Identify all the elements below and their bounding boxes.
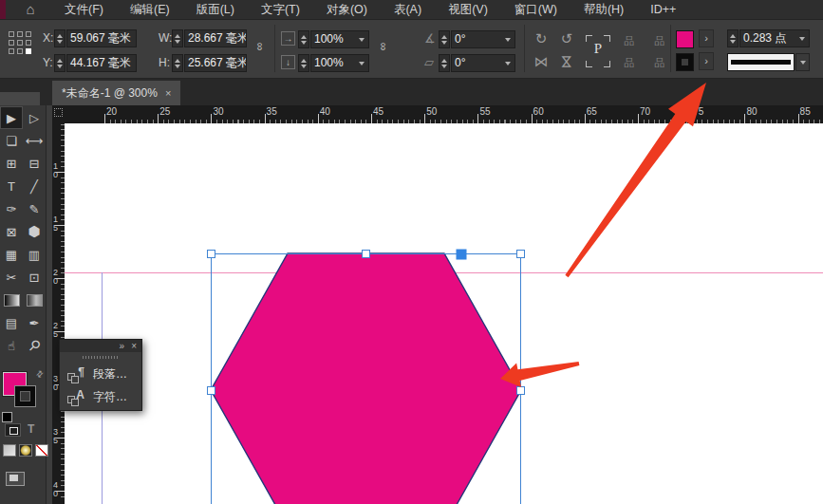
tool-icon: ⊟ — [29, 157, 40, 171]
ruler-label: 30 — [213, 106, 223, 117]
apply-none-button[interactable] — [35, 444, 48, 457]
tools-stroke-swatch[interactable] — [14, 385, 36, 407]
panel-collapse-icon[interactable]: » — [120, 342, 125, 351]
panel-grip[interactable] — [83, 356, 119, 359]
screen-mode-button[interactable] — [6, 472, 25, 486]
h-spinner[interactable] — [172, 54, 183, 72]
type-tool[interactable]: T — [0, 175, 23, 197]
scale-y-field[interactable]: 100% — [310, 54, 369, 72]
apply-gradient-button[interactable] — [19, 444, 32, 457]
default-fill-stroke-icon[interactable] — [2, 412, 12, 422]
apply-color-button[interactable] — [3, 444, 16, 457]
scale-x-spinner[interactable] — [298, 30, 309, 48]
zoom-tool[interactable]: ⚲ — [23, 334, 46, 357]
menu-item[interactable]: 帮助(H) — [570, 0, 637, 19]
gradient-tool[interactable]: ▧ — [0, 289, 23, 311]
menu-item[interactable]: 对象(O) — [313, 0, 381, 19]
margin-guide-horizontal[interactable] — [65, 272, 823, 273]
pen-tool[interactable]: ✑ — [0, 197, 23, 220]
page-tool[interactable]: ❏ — [0, 129, 23, 152]
stroke-weight-field[interactable]: 0.283 点 — [739, 29, 810, 47]
document-tab[interactable]: *未命名-1 @ 300% × — [52, 81, 180, 105]
gap-tool[interactable]: ⟷ — [23, 129, 46, 152]
selection-tool[interactable]: ▶ — [0, 106, 23, 129]
line-tool[interactable]: ╱ — [23, 175, 46, 197]
rotate-ccw-button[interactable]: ↺ — [556, 30, 577, 47]
panel-close-icon[interactable]: × — [131, 342, 137, 351]
rotate-cw-button[interactable]: ↻ — [531, 30, 552, 47]
menu-item[interactable]: 版面(L) — [183, 0, 248, 19]
floating-panel-header[interactable]: » × — [60, 340, 141, 352]
h-field[interactable]: 25.667 毫米 — [184, 54, 247, 72]
menu-item[interactable]: 表(A) — [381, 0, 435, 19]
flip-horizontal-button[interactable]: ⋈ — [531, 53, 552, 70]
paragraph-panel-item[interactable]: ¶ 段落… — [67, 364, 127, 384]
select-container-button[interactable]: P — [586, 31, 610, 71]
note-tool[interactable]: ▤ — [0, 311, 23, 334]
character-panel-item[interactable]: A 字符… — [67, 386, 127, 407]
document-canvas[interactable] — [65, 123, 823, 504]
select-next-object-button: 品 — [617, 55, 642, 70]
hand-tool[interactable]: ☝ — [0, 334, 23, 357]
ruler-origin-corner[interactable] — [52, 105, 65, 123]
direct-selection-tool[interactable]: ▷ — [23, 106, 46, 129]
scale-y-spinner[interactable] — [298, 54, 309, 72]
x-spinner[interactable] — [54, 29, 65, 47]
x-label: X: — [43, 29, 53, 47]
pencil-tool[interactable]: ✎ — [23, 197, 46, 220]
shear-spinner[interactable] — [439, 54, 450, 72]
tool-icon: ▤ — [6, 316, 17, 330]
menu-item[interactable]: 文字(T) — [248, 0, 313, 19]
ruler-label: 35 — [53, 428, 60, 445]
x-field[interactable]: 59.067 毫米 — [66, 29, 137, 47]
fill-options-button[interactable]: › — [699, 29, 714, 47]
reference-point-proxy[interactable] — [9, 31, 35, 62]
formatting-affects-text-button[interactable]: T — [28, 422, 34, 436]
scale-y-icon: ↓ — [281, 55, 295, 69]
shear-field[interactable]: 0° — [451, 54, 515, 72]
ruler-label: 25 — [53, 322, 60, 339]
tool-icon: ⟷ — [26, 134, 44, 148]
w-field[interactable]: 28.667 毫米 — [184, 29, 247, 47]
ruler-label: 40 — [53, 481, 60, 498]
stroke-weight-spinner[interactable] — [727, 29, 739, 47]
ruler-label: 60 — [533, 106, 544, 117]
horizontal-ruler[interactable]: 2025303540455055606570758085 — [52, 105, 823, 123]
rotation-field[interactable]: 0° — [451, 30, 515, 48]
menu-item[interactable]: 视图(V) — [435, 0, 501, 19]
home-icon[interactable]: ⌂ — [21, 0, 40, 19]
stroke-options-button[interactable]: › — [699, 52, 714, 70]
polygon-tool[interactable]: ⬢ — [23, 220, 46, 243]
vertical-ruler[interactable]: 10152025303540 — [52, 123, 65, 504]
stroke-color-swatch[interactable] — [676, 53, 694, 71]
gradient-feather-tool[interactable]: ▨ — [23, 289, 46, 311]
menu-item[interactable]: 文件(F) — [51, 0, 117, 19]
free-transform-tool[interactable]: ⊡ — [23, 266, 46, 289]
y-spinner[interactable] — [54, 54, 65, 72]
content-placer-tool[interactable]: ⊟ — [23, 152, 46, 175]
constrain-scale-link-icon[interactable]: ∞ — [377, 39, 390, 54]
menu-item[interactable]: 编辑(E) — [117, 0, 183, 19]
constrain-dimensions-link-icon[interactable]: ∞ — [253, 39, 267, 54]
stroke-type-chevron-icon[interactable] — [795, 53, 810, 71]
scale-x-field[interactable]: 100% — [310, 30, 369, 48]
scissors-tool[interactable]: ✂ — [0, 266, 23, 289]
app-logo-icon — [0, 0, 6, 19]
rotation-spinner[interactable] — [439, 30, 450, 48]
w-spinner[interactable] — [172, 29, 183, 47]
formatting-affects-container-button[interactable] — [5, 423, 21, 437]
menu-item[interactable]: 窗口(W) — [501, 0, 570, 19]
vertical-grid-tool[interactable]: ▥ — [23, 243, 46, 266]
fill-color-swatch[interactable] — [676, 30, 694, 48]
y-field[interactable]: 44.167 毫米 — [66, 54, 137, 72]
tool-icon: ✑ — [7, 202, 17, 216]
stroke-type-dropdown[interactable] — [727, 53, 795, 71]
menu-item[interactable]: ID++ — [637, 0, 689, 19]
tool-icon: ❏ — [6, 134, 17, 148]
content-collector-tool[interactable]: ⊞ — [0, 152, 23, 175]
flip-vertical-button[interactable]: ⋈ — [558, 51, 575, 72]
eyedropper-tool[interactable]: ✒ — [23, 311, 46, 334]
frame-tool[interactable]: ⊠ — [0, 220, 23, 243]
tab-close-icon[interactable]: × — [165, 87, 171, 99]
horizontal-grid-tool[interactable]: ▦ — [0, 243, 23, 266]
